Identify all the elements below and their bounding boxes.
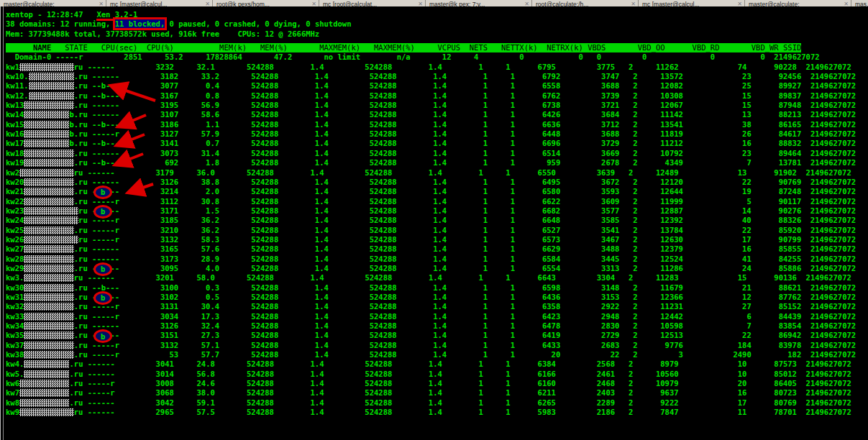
table-row: kw16b.ru -----r 3127 57.9 524288 1.4 524… (6, 129, 868, 139)
row-values: b.ru ------ 3107 58.6 524288 1.4 524288 … (69, 110, 856, 119)
censored-name-block (19, 399, 70, 407)
censored-name-block (24, 111, 69, 119)
row-values: b.ru --b--- 3141 0.7 524288 1.4 524288 1… (69, 139, 856, 147)
domain-name-prefix: kw33 (6, 312, 24, 321)
domain-name-prefix: kw24 (6, 216, 24, 224)
censored-name-block (24, 255, 74, 263)
row-values: .ru --b--- 3102 0.5 524288 1.4 524288 1.… (74, 293, 856, 301)
domain-name-prefix: kw5. (6, 370, 24, 378)
row-values: .ru --b--- 3214 2.0 524288 1.4 524288 1.… (74, 187, 856, 196)
censored-name-block (24, 150, 74, 157)
red-circle-annotation: b (93, 291, 112, 305)
table-row: kw25.ru -----r 3210 36.2 524288 1.4 5242… (6, 226, 868, 235)
table-row: kw17b.ru --b--- 3141 0.7 524288 1.4 5242… (6, 139, 868, 148)
row-values: ru -----r 3185 36.2 524288 1.4 524288 1.… (78, 216, 856, 224)
domain-name-prefix: kw26 (6, 235, 24, 244)
row-values: .ru ------ 3073 31.4 524288 1.4 524288 1… (74, 149, 856, 157)
censored-name-block (19, 169, 74, 177)
domain-name-prefix: kw10. (6, 72, 29, 81)
domain-name-prefix: kw38 (6, 350, 24, 359)
table-row: kw4..ru ------ 3041 24.8 524288 1.4 5242… (6, 359, 868, 369)
row-values: ru ------ 3232 32.1 524288 1.4 524288 1.… (74, 63, 851, 71)
censored-name-block (24, 313, 74, 321)
domain-name-prefix: kw6 (6, 379, 19, 388)
domain-name-prefix: kw15 (6, 120, 24, 129)
table-row: kw19.ru --b--- 692 1.8 524288 1.4 524288… (6, 158, 868, 168)
censored-name-block (19, 63, 74, 71)
domain-name-prefix: kw37 (6, 341, 24, 349)
row-values: .ru -----r 3034 17.3 524288 1.4 524288 1… (74, 312, 856, 321)
table-row: kw21.ru --b--- 3214 2.0 524288 1.4 52428… (6, 187, 868, 196)
censored-name-block (24, 121, 69, 129)
row-values: ru -----r 3132 58.3 524288 1.4 524288 1.… (78, 235, 856, 244)
censored-name-block (24, 207, 78, 215)
censored-name-block (24, 370, 69, 378)
domain-name-prefix: kw20 (6, 178, 24, 186)
summary-post: 0 paused, 0 crashed, 0 dying, 0 shutdown (165, 19, 351, 28)
censored-name-block (24, 245, 74, 253)
xentop-terminal[interactable]: xentop - 12:28:47 Xen 3.2-1 38 domains: … (0, 6, 868, 440)
row-values: .ru ------ 3041 24.8 524288 1.4 524288 1… (69, 359, 851, 368)
censored-name-block (19, 380, 70, 388)
red-circle-annotation: b (93, 262, 112, 276)
domain-name-prefix: kw31 (6, 293, 24, 301)
table-column-header: NAME STATE CPU(sec) CPU(%) MEM(k) MEM(%)… (6, 43, 801, 52)
row-values: .ru --b--- 3151 27.3 524288 1.4 524288 1… (74, 331, 856, 339)
row-values: .ru -----r 3210 36.2 524288 1.4 524288 1… (74, 226, 856, 234)
censored-name-block (29, 82, 74, 90)
row-values: ru --b--- 3171 1.5 524288 1.4 524288 1.4… (78, 206, 856, 215)
table-row: kw12..ru --b--- 3167 0.8 524288 1.4 5242… (6, 91, 868, 101)
censored-name-block (24, 331, 74, 339)
table-row: kw5..ru ------ 3014 56.8 524288 1.4 5242… (6, 370, 868, 379)
domain-name-prefix: kw12. (6, 91, 29, 100)
censored-name-block (24, 303, 74, 311)
domain-name-prefix: kw2 (6, 168, 19, 177)
table-row: kw20.ru ------ 3126 38.8 524288 1.4 5242… (6, 178, 868, 187)
row-values: .ru -----r 3131 30.4 524288 1.4 524288 1… (74, 302, 856, 311)
table-row: kw14b.ru ------ 3107 58.6 524288 1.4 524… (6, 110, 868, 119)
censored-name-block (19, 389, 70, 397)
row-values: .ru --b--- 3167 0.8 524288 1.4 524288 1.… (74, 91, 856, 100)
table-row: kw8.ru ------ 3042 59.1 524288 1.4 52428… (6, 398, 868, 408)
row-values: .ru -----r 3132 57.1 524288 1.4 524288 1… (74, 341, 856, 349)
row-values: b.ru --b--- 3186 1.1 524288 1.4 524288 1… (69, 120, 856, 129)
table-row: kw37.ru -----r 3132 57.1 524288 1.4 5242… (6, 341, 868, 350)
censored-name-block (19, 408, 74, 416)
row-values: .ru ------ 3182 33.2 524288 1.4 524288 1… (74, 72, 856, 81)
censored-name-block (24, 360, 69, 368)
row-values: .ru ------ 3126 32.4 524288 1.4 524288 1… (74, 321, 856, 330)
censored-name-block (24, 351, 74, 359)
table-row: kw38.ru -----r 53 57.7 524288 1.4 524288… (6, 350, 868, 359)
table-row: kw30.ru --b--- 3100 0.3 524288 1.4 52428… (6, 283, 868, 293)
row-values: b.ru -----r 3127 57.9 524288 1.4 524288 … (69, 129, 856, 138)
table-row: kw35.ru --b--- 3151 27.3 524288 1.4 5242… (6, 331, 868, 340)
table-row: kw34.ru ------ 3126 32.4 524288 1.4 5242… (6, 321, 868, 331)
table-row: kw6.ru -----r 3008 24.6 524288 1.4 52428… (6, 379, 868, 388)
censored-name-block (24, 284, 74, 292)
table-row: kw15b.ru --b--- 3186 1.1 524288 1.4 5242… (6, 120, 868, 129)
blocked-count-highlight: 11 blocked, (115, 19, 165, 28)
table-row: kw26ru -----r 3132 58.3 524288 1.4 52428… (6, 235, 868, 244)
row-values: .ru -----r 3068 38.0 524288 1.4 524288 1… (69, 388, 851, 397)
table-row: kw1ru ------ 3232 32.1 524288 1.4 524288… (6, 63, 868, 72)
domain-name-prefix: kw28 (6, 255, 24, 263)
domain-name-prefix: kw13 (6, 101, 24, 109)
screen: master@calculate:✕mc [master@calcul...✕r… (0, 0, 868, 440)
table-row: kw13.ru ------ 3195 56.9 524288 1.4 5242… (6, 101, 868, 110)
domain-name-prefix: kw22 (6, 197, 24, 206)
row-values: .ru ------ 3165 57.6 524288 1.4 524288 1… (74, 244, 856, 253)
censored-name-block (24, 265, 74, 272)
row-values: .ru --b--- 3095 4.0 524288 1.4 524288 1.… (74, 264, 856, 272)
summary-pre: 38 domains: 12 running, (6, 19, 115, 28)
column-name[interactable]: NAME (6, 43, 51, 52)
xentop-title-line: xentop - 12:28:47 Xen 3.2-1 (6, 10, 868, 19)
table-row: kw7.ru -----r 3068 38.0 524288 1.4 52428… (6, 388, 868, 398)
row-values: .ru ------ 3126 38.8 524288 1.4 524288 1… (74, 178, 856, 186)
table-row: kw9ru ------ 2965 57.5 524288 1.4 524288… (6, 408, 868, 417)
domain-name-prefix: kw1 (6, 63, 19, 71)
domain-name-prefix: kw21 (6, 187, 24, 196)
table-row: kw18.ru ------ 3073 31.4 524288 1.4 5242… (6, 149, 868, 158)
censored-name-block (24, 188, 74, 196)
domain-name-prefix: kw16 (6, 129, 24, 138)
table-row: kw23ru --b--- 3171 1.5 524288 1.4 524288… (6, 206, 868, 216)
